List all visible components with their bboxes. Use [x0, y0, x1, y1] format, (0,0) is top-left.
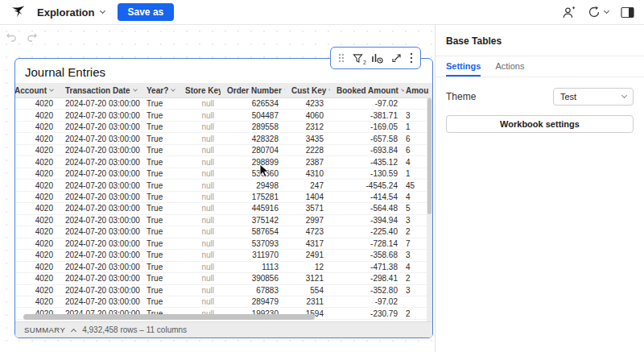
table-row[interactable]: 40202024-07-20 03:00:00Truenull445916357… — [15, 203, 432, 214]
panel-toggle-icon[interactable] — [621, 6, 634, 19]
table-cell[interactable]: -471.38 — [330, 263, 404, 271]
refresh-icon[interactable] — [588, 6, 601, 19]
table-cell[interactable]: 67883 — [221, 286, 285, 295]
table-cell[interactable]: 504487 — [221, 111, 285, 120]
table-cell[interactable]: 29498 — [221, 181, 285, 190]
table-cell[interactable]: -564.48 — [330, 204, 404, 213]
table-cell[interactable]: True — [140, 274, 179, 283]
table-cell[interactable]: -394.94 — [330, 216, 404, 225]
column-header[interactable]: Booked Amount — [330, 86, 404, 95]
table-cell[interactable]: 537093 — [221, 239, 285, 248]
table-row[interactable]: 40202024-07-20 03:00:00Truenull175281140… — [15, 192, 432, 203]
table-cell[interactable]: 3571 — [285, 204, 330, 213]
table-cell[interactable]: 2024-07-20 03:00:00 — [60, 263, 140, 271]
table-cell[interactable]: 2387 — [285, 158, 330, 167]
column-header[interactable]: Account — [15, 86, 60, 95]
table-cell[interactable]: 289479 — [221, 297, 285, 306]
table-row[interactable]: 40202024-07-20 03:00:00Truenull504487406… — [15, 110, 432, 121]
table-cell[interactable]: null — [179, 204, 221, 213]
table-cell[interactable]: null — [179, 99, 221, 108]
table-cell[interactable]: True — [140, 111, 179, 120]
table-cell[interactable]: 4020 — [15, 239, 60, 248]
chevron-up-icon[interactable] — [71, 328, 76, 333]
refresh-control[interactable] — [588, 6, 609, 19]
table-cell[interactable]: -130.59 — [330, 169, 404, 178]
table-cell[interactable]: True — [140, 135, 179, 143]
column-header[interactable]: Year? — [140, 86, 179, 95]
table-cell[interactable]: 4233 — [285, 99, 330, 108]
table-cell[interactable]: -381.71 — [330, 111, 404, 120]
table-cell[interactable]: 2024-07-20 03:00:00 — [60, 169, 140, 178]
filter-icon[interactable]: 2 — [353, 53, 363, 64]
table-cell[interactable]: 4020 — [15, 146, 60, 155]
table-cell[interactable]: 554 — [285, 286, 330, 295]
table-cell[interactable]: 2024-07-20 03:00:00 — [60, 122, 140, 131]
table-cell[interactable]: 4020 — [15, 99, 60, 108]
table-cell[interactable]: 311970 — [221, 251, 285, 259]
table-cell[interactable]: null — [179, 286, 221, 295]
table-cell[interactable]: 298899 — [221, 158, 285, 167]
table-cell[interactable]: -352.80 — [330, 286, 404, 295]
table-cell[interactable]: 2024-07-20 03:00:00 — [60, 239, 140, 248]
theme-select[interactable]: Test — [553, 88, 634, 106]
table-cell[interactable]: 2024-07-20 03:00:00 — [60, 216, 140, 225]
table-cell[interactable]: 2312 — [285, 122, 330, 131]
table-cell[interactable]: null — [179, 122, 221, 131]
tab-actions[interactable]: Actions — [495, 56, 524, 77]
table-cell[interactable]: 626534 — [221, 99, 285, 108]
table-cell[interactable]: 289558 — [221, 122, 285, 131]
table-cell[interactable]: 4020 — [15, 297, 60, 306]
table-cell[interactable]: 4020 — [15, 181, 60, 190]
table-cell[interactable]: 2024-07-20 03:00:00 — [60, 158, 140, 167]
table-row[interactable]: 40202024-07-20 03:00:00Truenull626534423… — [15, 98, 432, 110]
table-row[interactable]: 40202024-07-20 03:00:00Truenull587654472… — [15, 226, 432, 238]
table-cell[interactable]: 587654 — [221, 227, 285, 236]
workbook-settings-button[interactable]: Workbook settings — [446, 115, 634, 133]
undo-icon[interactable] — [6, 31, 18, 45]
table-cell[interactable]: 2024-07-20 03:00:00 — [60, 193, 140, 201]
table-cell[interactable]: 2024-07-20 03:00:00 — [60, 181, 140, 190]
table-cell[interactable]: 4317 — [285, 239, 330, 248]
table-cell[interactable]: 536360 — [221, 169, 285, 178]
table-cell[interactable]: 175281 — [221, 193, 285, 201]
table-row[interactable]: 40202024-07-20 03:00:00Truenull536360431… — [15, 168, 432, 180]
table-cell[interactable]: 4020 — [15, 216, 60, 225]
table-cell[interactable]: null — [179, 297, 221, 306]
maximize-icon[interactable] — [391, 53, 402, 64]
journal-entries-table[interactable]: Journal Entries AccountTransaction DateY… — [14, 58, 433, 338]
kebab-menu-icon[interactable] — [410, 52, 413, 64]
table-cell[interactable]: null — [179, 274, 221, 283]
table-row[interactable]: 40202024-07-20 03:00:00Truenull298899238… — [15, 156, 432, 168]
table-cell[interactable]: 4020 — [15, 286, 60, 295]
table-cell[interactable]: 4020 — [15, 111, 60, 120]
table-cell[interactable]: 428328 — [221, 135, 285, 143]
table-row[interactable]: 40202024-07-20 03:00:00Truenull428328343… — [15, 133, 432, 144]
table-cell[interactable]: 1113 — [221, 263, 285, 271]
table-cell[interactable]: 2311 — [285, 297, 330, 306]
table-cell[interactable]: 3121 — [285, 274, 330, 283]
table-cell[interactable]: null — [179, 146, 221, 155]
table-row[interactable]: 40202024-07-20 03:00:00Truenull29498247-… — [15, 180, 432, 191]
workbook-canvas[interactable]: 2 Journal Entries AccountTransaction Dat… — [0, 25, 435, 352]
table-cell[interactable]: 4020 — [15, 204, 60, 213]
table-cell[interactable]: 2024-07-20 03:00:00 — [60, 99, 140, 108]
table-cell[interactable]: -693.84 — [330, 146, 404, 155]
table-cell[interactable]: null — [179, 239, 221, 248]
table-cell[interactable]: 4020 — [15, 135, 60, 143]
table-cell[interactable]: 2024-07-20 03:00:00 — [60, 274, 140, 283]
table-cell[interactable]: null — [179, 169, 221, 178]
redo-icon[interactable] — [26, 31, 37, 45]
table-cell[interactable]: 4020 — [15, 227, 60, 236]
table-cell[interactable]: 4020 — [15, 122, 60, 131]
column-header[interactable]: Transaction Date — [60, 86, 140, 95]
table-cell[interactable]: 4020 — [15, 169, 60, 178]
table-cell[interactable]: True — [140, 263, 179, 271]
table-cell[interactable]: 2024-07-20 03:00:00 — [60, 227, 140, 236]
table-cell[interactable]: -414.54 — [330, 193, 404, 201]
table-cell[interactable]: 2024-07-20 03:00:00 — [60, 286, 140, 295]
table-cell[interactable]: null — [179, 216, 221, 225]
table-cell[interactable]: 280704 — [221, 146, 285, 155]
summary-bar[interactable]: SUMMARY 4,932,458 rows – 11 columns — [15, 321, 432, 338]
table-cell[interactable]: -230.79 — [330, 309, 404, 318]
table-cell[interactable]: True — [140, 99, 179, 108]
